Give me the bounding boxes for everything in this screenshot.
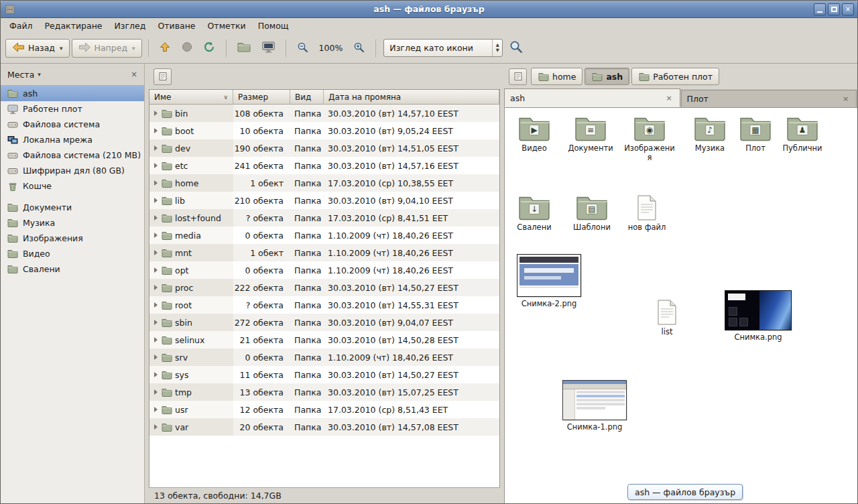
expander-icon[interactable] — [154, 337, 158, 342]
icon-item-music[interactable]: ♪Музика — [690, 115, 730, 153]
zoom-out-button[interactable] — [292, 38, 313, 58]
path-button-home[interactable]: home — [531, 68, 583, 85]
table-row-lib[interactable]: lib210 обектаПапка30.03.2010 (вт) 9,04,1… — [149, 192, 499, 209]
table-row-bin[interactable]: bin108 обектаПапка30.03.2010 (вт) 14,57,… — [149, 105, 499, 122]
icon-item-templates[interactable]: ▤Шаблони — [569, 194, 615, 233]
sidebar-item-filesystem-210mb[interactable]: Файлова система (210 MB) — [1, 147, 144, 163]
back-button[interactable]: Назад ▾ — [5, 39, 70, 58]
home-button[interactable] — [233, 38, 255, 58]
table-row-proc[interactable]: proc222 обектаПапка30.03.2010 (вт) 14,50… — [149, 279, 499, 296]
sidebar-item-ash[interactable]: ash — [1, 86, 144, 101]
tab-ash[interactable]: ash× — [504, 88, 680, 107]
expander-icon[interactable] — [154, 302, 158, 308]
icon-item-downloads[interactable]: ↓Свалени — [513, 194, 556, 233]
table-row-mnt[interactable]: mnt1 обектПапка1.10.2009 (чт) 18,40,26 E… — [149, 244, 499, 261]
stop-button[interactable] — [177, 38, 197, 58]
expander-icon[interactable] — [154, 128, 158, 133]
expander-icon[interactable] — [154, 389, 158, 395]
icon-item-snimka-png[interactable]: Снимка.png — [721, 290, 796, 342]
sidebar-item-encrypted-80gb[interactable]: Шифриран дял (80 GB) — [1, 163, 144, 178]
expander-icon[interactable] — [154, 372, 158, 377]
close-sidebar-button[interactable]: × — [128, 68, 140, 80]
column-header-modified[interactable]: Дата на промяна — [324, 90, 499, 105]
forward-button[interactable]: Напред ▾ — [72, 39, 142, 58]
table-row-tmp[interactable]: tmp13 обектаПапка30.03.2010 (вт) 15,07,2… — [149, 383, 499, 401]
chevron-down-icon[interactable]: ▾ — [38, 71, 41, 78]
computer-button[interactable] — [257, 38, 280, 58]
sidebar-item-desktop[interactable]: Работен плот — [1, 101, 144, 117]
expander-icon[interactable] — [154, 320, 158, 325]
column-header-name[interactable]: Име∨ — [149, 90, 233, 105]
table-row-var[interactable]: var20 обектаПапка30.03.2010 (вт) 14,57,0… — [149, 418, 499, 436]
expander-icon[interactable] — [154, 145, 158, 151]
sidebar-item-local-network[interactable]: Локална мрежа — [1, 132, 144, 147]
expander-icon[interactable] — [154, 250, 158, 255]
sidebar-item-pictures[interactable]: Изображения — [1, 231, 144, 246]
column-header-type[interactable]: Вид — [290, 90, 324, 105]
tab-plot[interactable]: Плот× — [681, 90, 857, 107]
sidebar-item-videos[interactable]: Видео — [1, 246, 144, 261]
expander-icon[interactable] — [154, 355, 158, 360]
expander-icon[interactable] — [154, 215, 158, 220]
expander-icon[interactable] — [154, 233, 158, 238]
menu-edit[interactable]: Редактиране — [39, 19, 109, 32]
sidebar-item-filesystem[interactable]: Файлова система — [1, 117, 144, 132]
icon-item-snimka-1-png[interactable]: Снимка-1.png — [557, 380, 632, 432]
close-tab-icon[interactable]: × — [841, 94, 851, 104]
table-row-sys[interactable]: sys11 обектаПапка30.03.2010 (вт) 14,50,2… — [149, 366, 499, 383]
icon-item-pictures[interactable]: ◉Изображения — [624, 115, 675, 163]
expander-icon[interactable] — [154, 198, 158, 203]
close-tab-icon[interactable]: × — [664, 93, 674, 103]
table-row-home[interactable]: home1 обектПапка17.03.2010 (ср) 10,38,55… — [149, 174, 499, 192]
table-row-usr[interactable]: usr12 обектаПапка17.03.2010 (ср) 8,51,43… — [149, 401, 499, 418]
path-button-desktop[interactable]: Работен плот — [631, 68, 719, 85]
zoom-in-button[interactable] — [349, 38, 369, 58]
path-button-ash[interactable]: ash — [585, 68, 629, 85]
table-row-selinux[interactable]: selinux21 обектаПапка30.03.2010 (вт) 14,… — [149, 331, 499, 349]
icon-item-list[interactable]: list — [647, 298, 687, 337]
table-row-root[interactable]: root? обектаПапка30.03.2010 (вт) 14,55,3… — [149, 296, 499, 314]
table-row-srv[interactable]: srv0 обектаПапка1.10.2009 (чт) 18,40,26 … — [149, 349, 499, 366]
location-toggle-button[interactable] — [154, 68, 172, 85]
menu-file[interactable]: Файл — [3, 19, 39, 32]
column-header-size[interactable]: Размер — [233, 90, 290, 105]
menu-view[interactable]: Изглед — [109, 19, 152, 32]
view-mode-select[interactable]: Изглед като икони ▲▼ — [383, 39, 503, 57]
close-button[interactable]: × — [842, 3, 854, 15]
spinner-arrows-icon[interactable]: ▲▼ — [492, 40, 502, 56]
table-row-etc[interactable]: etc241 обектаПапка30.03.2010 (вт) 14,57,… — [149, 157, 499, 174]
table-row-boot[interactable]: boot10 обектаПапка30.03.2010 (вт) 9,05,2… — [149, 122, 499, 139]
icon-item-public[interactable]: ♟Публични — [778, 115, 826, 153]
table-row-media[interactable]: media0 обектаПапка1.10.2009 (чт) 18,40,2… — [149, 227, 499, 244]
search-button[interactable] — [505, 37, 528, 59]
sidebar-item-music[interactable]: Музика — [1, 215, 144, 231]
table-row-lost+found[interactable]: lost+found? обектаПапка17.03.2010 (ср) 8… — [149, 209, 499, 227]
expander-icon[interactable] — [154, 285, 158, 290]
table-row-dev[interactable]: dev190 обектаПапка30.03.2010 (вт) 14,51,… — [149, 139, 499, 157]
expander-icon[interactable] — [154, 424, 158, 430]
expander-icon[interactable] — [154, 111, 158, 116]
icon-item-snimka-2-png[interactable]: Снимка-2.png — [513, 254, 585, 309]
location-toggle-button[interactable] — [509, 68, 527, 85]
menu-help[interactable]: Помощ — [252, 19, 295, 32]
icon-item-desktop[interactable]: ▦Плот — [737, 115, 774, 153]
reload-button[interactable] — [199, 38, 220, 58]
expander-icon[interactable] — [154, 267, 158, 273]
table-row-opt[interactable]: opt0 обектаПапка1.10.2009 (чт) 18,40,26 … — [149, 261, 499, 279]
maximize-button[interactable] — [828, 3, 840, 15]
expander-icon[interactable] — [154, 407, 158, 412]
icon-item-new-file[interactable]: нов файл — [624, 194, 670, 233]
table-row-sbin[interactable]: sbin272 обектаПапка30.03.2010 (вт) 9,04,… — [149, 314, 499, 331]
titlebar[interactable]: ash — файлов браузър × — [1, 1, 857, 18]
sidebar-item-downloads[interactable]: Свалени — [1, 261, 144, 277]
minimize-button[interactable] — [814, 3, 826, 15]
expander-icon[interactable] — [154, 163, 158, 168]
up-button[interactable] — [155, 38, 175, 58]
icon-item-videos[interactable]: ▶Видео — [513, 115, 556, 153]
sidebar-item-trash[interactable]: Кошче — [1, 178, 144, 194]
expander-icon[interactable] — [154, 180, 158, 186]
menu-bookmarks[interactable]: Отметки — [202, 19, 252, 32]
icon-item-documents[interactable]: ≡Документи — [565, 115, 616, 153]
menu-go[interactable]: Отиване — [151, 19, 201, 32]
icon-view[interactable]: ash — файлов браузър ▶Видео≡Документи◉Из… — [504, 108, 857, 503]
